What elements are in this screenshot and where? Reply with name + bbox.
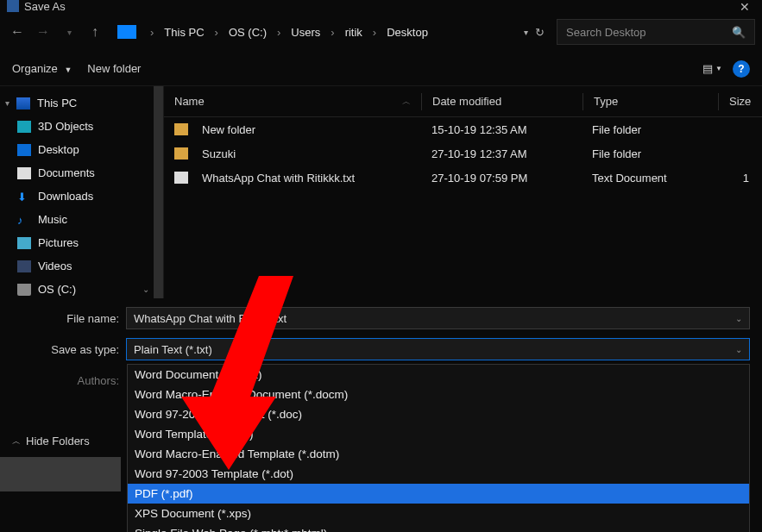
search-input[interactable]: Search Desktop 🔍 [557, 19, 755, 45]
save-as-type-select[interactable]: Plain Text (*.txt) ⌄ [126, 338, 750, 360]
save-type-option[interactable]: XPS Document (*.xps) [128, 504, 749, 523]
hide-folders-button[interactable]: ︿ Hide Folders [7, 429, 95, 453]
save-type-option[interactable]: PDF (*.pdf) [128, 484, 749, 504]
chevron-right-icon: › [274, 26, 284, 39]
crumb-desktop[interactable]: Desktop [383, 24, 431, 41]
layout-icon: ▤ [702, 62, 713, 75]
address-bar: ← → ▾ ↑ › This PC › OS (C:) › Users › ri… [0, 12, 762, 52]
sidebar-item-desktop[interactable]: Desktop [0, 138, 153, 161]
pictures-icon [17, 237, 31, 249]
objects-icon [17, 121, 31, 133]
file-row[interactable]: New folder 15-10-19 12:35 AM File folder [164, 117, 762, 141]
sidebar-item-downloads[interactable]: ⬇ Downloads [0, 185, 153, 208]
chevron-up-icon: ︿ [12, 435, 21, 448]
save-type-option[interactable]: Word 97-2003 Template (*.dot) [128, 464, 749, 484]
chevron-down-icon[interactable]: ⌄ [142, 285, 149, 294]
crumb-drive[interactable]: OS (C:) [225, 24, 270, 41]
chevron-right-icon: › [211, 26, 222, 39]
close-icon[interactable]: ✕ [740, 0, 750, 14]
search-icon[interactable]: 🔍 [732, 26, 746, 39]
sidebar-item-videos[interactable]: Videos [0, 254, 153, 278]
search-placeholder: Search Desktop [566, 26, 646, 39]
desktop-icon [17, 144, 31, 156]
sidebar-item-os-drive[interactable]: OS (C:) ⌄ [0, 278, 153, 298]
folder-icon [174, 123, 188, 135]
nav-sidebar: ▾ This PC 3D Objects Desktop Documents ⬇… [0, 86, 153, 298]
sidebar-item-documents[interactable]: Documents [0, 161, 153, 185]
column-type[interactable]: Type [583, 95, 718, 108]
file-list: Name ︿ Date modified Type Size New folde… [163, 86, 762, 298]
save-type-option[interactable]: Word Document (*.docx) [128, 365, 749, 385]
column-name[interactable]: Name ︿ [164, 95, 421, 108]
save-type-option[interactable]: Word Template (*.dotx) [128, 424, 749, 444]
chevron-down-icon: ▼ [64, 66, 72, 74]
toolbar: Organize ▼ New folder ▤ ▼ ? [0, 52, 762, 86]
help-icon[interactable]: ? [733, 60, 750, 78]
recent-locations-button[interactable]: ▾ [59, 28, 79, 37]
history-dropdown-icon[interactable]: ▾ [524, 28, 528, 37]
drive-icon [17, 284, 31, 296]
breadcrumb[interactable]: › This PC › OS (C:) › Users › ritik › De… [145, 24, 519, 41]
sidebar-item-music[interactable]: ♪ Music [0, 208, 153, 231]
forward-button[interactable]: → [33, 24, 54, 40]
up-button[interactable]: ↑ [85, 24, 105, 40]
authors-label: Authors: [0, 374, 126, 387]
save-type-option[interactable]: Single File Web Page (*.mht;*.mhtml) [128, 523, 749, 532]
sidebar-item-pictures[interactable]: Pictures [0, 231, 153, 254]
downloads-icon: ⬇ [17, 191, 31, 203]
chevron-down-icon: ▼ [715, 65, 722, 72]
app-icon [7, 0, 19, 12]
window-title: Save As [24, 0, 66, 13]
save-as-type-label: Save as type: [0, 343, 126, 356]
chevron-right-icon: › [369, 26, 380, 39]
chevron-down-icon[interactable]: ▾ [5, 98, 9, 108]
background-strip [0, 457, 121, 491]
chevron-right-icon[interactable]: › [147, 26, 157, 39]
column-date[interactable]: Date modified [422, 95, 583, 108]
file-row[interactable]: Suzuki 27-10-19 12:37 AM File folder [164, 141, 762, 166]
column-headers: Name ︿ Date modified Type Size [164, 86, 762, 117]
crumb-user[interactable]: ritik [342, 24, 366, 41]
title-bar: Save As ✕ [0, 0, 762, 12]
chevron-down-icon[interactable]: ⌄ [735, 314, 742, 323]
music-icon: ♪ [17, 214, 31, 226]
chevron-right-icon: › [327, 26, 337, 39]
crumb-users[interactable]: Users [287, 24, 324, 41]
save-type-option[interactable]: Word Macro-Enabled Document (*.docm) [128, 385, 749, 404]
text-file-icon [174, 172, 188, 184]
new-folder-button[interactable]: New folder [87, 62, 141, 75]
view-options-button[interactable]: ▤ ▼ [702, 62, 722, 75]
organize-button[interactable]: Organize ▼ [12, 62, 72, 75]
documents-icon [17, 167, 31, 179]
pc-icon [117, 25, 136, 39]
folder-icon [174, 147, 188, 160]
refresh-icon[interactable]: ↻ [535, 26, 545, 39]
file-name-label: File name: [0, 312, 126, 325]
file-name-input[interactable]: WhatsApp Chat with Ritikkk.txt ⌄ [126, 307, 750, 329]
crumb-this-pc[interactable]: This PC [161, 24, 207, 41]
videos-icon [17, 260, 31, 272]
sort-caret-icon: ︿ [402, 96, 411, 108]
sidebar-item-3d-objects[interactable]: 3D Objects [0, 115, 153, 138]
back-button[interactable]: ← [7, 24, 28, 40]
column-size[interactable]: Size [719, 95, 762, 108]
file-row[interactable]: WhatsApp Chat with Ritikkk.txt 27-10-19 … [164, 166, 762, 190]
sidebar-item-this-pc[interactable]: ▾ This PC [0, 91, 153, 115]
save-type-dropdown: Word Document (*.docx)Word Macro-Enabled… [127, 364, 750, 532]
pc-icon [16, 97, 30, 110]
save-type-option[interactable]: Word 97-2003 Document (*.doc) [128, 404, 749, 424]
chevron-down-icon[interactable]: ⌄ [735, 345, 742, 354]
save-type-option[interactable]: Word Macro-Enabled Template (*.dotm) [128, 444, 749, 464]
